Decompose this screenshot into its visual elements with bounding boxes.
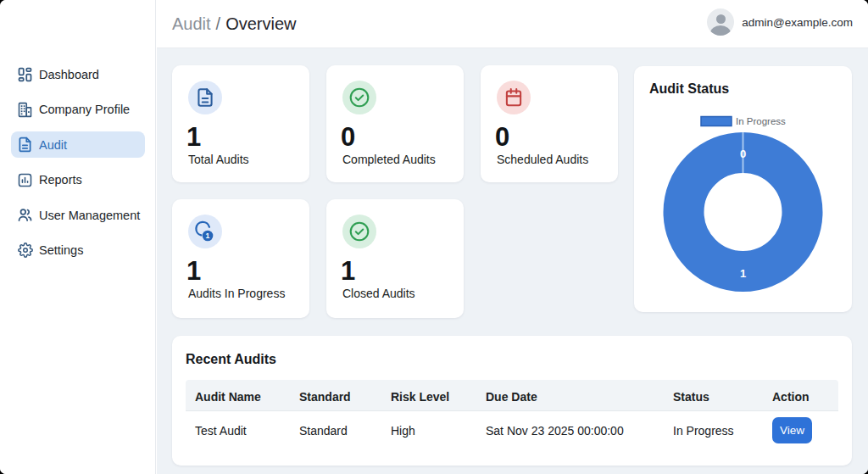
- svg-text:In Progress: In Progress: [736, 116, 786, 126]
- svg-text:1: 1: [206, 231, 210, 240]
- svg-text:1: 1: [740, 267, 746, 280]
- svg-text:0: 0: [740, 148, 746, 160]
